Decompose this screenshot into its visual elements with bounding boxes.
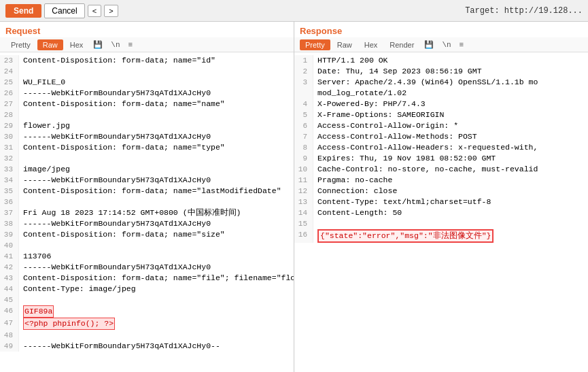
nav-forward-button[interactable]: >	[104, 5, 118, 17]
line-content: Content-Disposition: form-data; name="fi…	[23, 273, 294, 284]
line-content: X-Frame-Options: SAMEORIGIN	[317, 109, 588, 120]
line-content: Cache-Control: no-store, no-cache, must-…	[317, 164, 588, 175]
line-number: 48	[0, 330, 19, 341]
table-row: 40	[0, 240, 294, 251]
table-row: 35Content-Disposition: form-data; name="…	[0, 186, 294, 197]
tab-icon-save-res[interactable]: 💾	[421, 39, 437, 50]
table-row: 11Pragma: no-cache	[294, 175, 588, 186]
line-content: flower.jpg	[23, 120, 294, 131]
response-panel-title: Response	[294, 22, 588, 37]
line-number: 39	[0, 229, 19, 240]
line-number: 43	[0, 273, 19, 284]
line-content: ------WebKitFormBoundary5H73qATd1XAJcHy0	[23, 88, 294, 99]
table-row: 28	[0, 109, 294, 120]
line-content: Content-Disposition: form-data; name="si…	[23, 229, 294, 240]
nav-back-button[interactable]: <	[88, 5, 101, 17]
line-content	[23, 153, 294, 164]
line-content: ------WebKitFormBoundary5H73qATd1XAJcHy0	[23, 262, 294, 273]
target-label: Target: http://19.128...	[465, 6, 583, 16]
line-content: Server: Apache/2.4.39 (Win64) OpenSSL/1.…	[317, 77, 588, 88]
line-number	[294, 88, 313, 99]
cancel-button[interactable]: Cancel	[44, 3, 84, 18]
table-row: 27Content-Disposition: form-data; name="…	[0, 99, 294, 109]
line-number: 38	[0, 218, 19, 229]
table-row: 9Expires: Thu, 19 Nov 1981 08:52:00 GMT	[294, 153, 588, 164]
table-row: 14Content-Length: 50	[294, 207, 588, 218]
response-tab-bar: Pretty Raw Hex Render 💾 \n ≡	[294, 37, 588, 52]
line-content: Access-Control-Allow-Headers: x-requeste…	[317, 142, 588, 153]
table-row: 42------WebKitFormBoundary5H73qATd1XAJcH…	[0, 262, 294, 273]
line-content: X-Powered-By: PHP/7.4.3	[317, 99, 588, 109]
tab-render-res[interactable]: Render	[384, 39, 419, 50]
table-row: 4X-Powered-By: PHP/7.4.3	[294, 99, 588, 109]
table-row: 45	[0, 294, 294, 305]
line-number: 7	[294, 131, 313, 142]
line-number: 36	[0, 197, 19, 207]
table-row: 43Content-Disposition: form-data; name="…	[0, 273, 294, 284]
tab-icon-ln-res[interactable]: \n	[438, 39, 454, 50]
tab-raw-req[interactable]: Raw	[37, 39, 63, 50]
line-number: 13	[294, 197, 313, 207]
line-number: 26	[0, 88, 19, 99]
tab-icon-menu-req[interactable]: ≡	[125, 39, 137, 50]
table-row: 39Content-Disposition: form-data; name="…	[0, 229, 294, 240]
line-number: 5	[294, 109, 313, 120]
request-panel: Request Pretty Raw Hex 💾 \n ≡ 23Content-…	[0, 22, 294, 372]
table-row: 38------WebKitFormBoundary5H73qATd1XAJcH…	[0, 218, 294, 229]
line-content	[317, 218, 588, 229]
request-panel-title: Request	[0, 22, 294, 37]
line-content: ------WebKitFormBoundary5H73qATd1XAJcHy0	[23, 218, 294, 229]
line-number: 4	[294, 99, 313, 109]
tab-icon-menu-res[interactable]: ≡	[456, 39, 468, 50]
request-tab-bar: Pretty Raw Hex 💾 \n ≡	[0, 37, 294, 52]
line-content: Access-Control-Allow-Origin: *	[317, 120, 588, 131]
line-content: Content-Disposition: form-data; name="id…	[23, 55, 294, 66]
tab-icon-ln-req[interactable]: \n	[107, 39, 123, 50]
table-row: 37Fri Aug 18 2023 17:14:52 GMT+0800 (中国标…	[0, 207, 294, 218]
table-row: 47<?php phpinfo(); ?>	[0, 318, 294, 330]
table-row: 24	[0, 66, 294, 77]
tab-hex-req[interactable]: Hex	[65, 39, 89, 50]
line-number: 45	[0, 294, 19, 305]
line-content	[23, 294, 294, 305]
line-content	[23, 109, 294, 120]
table-row: 36	[0, 197, 294, 207]
table-row: 34------WebKitFormBoundary5H73qATd1XAJcH…	[0, 175, 294, 186]
table-row: 46GIF89a	[0, 305, 294, 318]
line-number: 11	[294, 175, 313, 186]
line-number: 31	[0, 142, 19, 153]
response-code-area[interactable]: 1HTTP/1.1 200 OK2Date: Thu, 14 Sep 2023 …	[294, 52, 588, 372]
line-number: 10	[294, 164, 313, 175]
table-row: 16{"state":"error","msg":"非法图像文件"}	[294, 229, 588, 243]
line-number: 24	[0, 66, 19, 77]
tab-icon-save-req[interactable]: 💾	[90, 39, 106, 50]
highlighted-error: {"state":"error","msg":"非法图像文件"}	[317, 229, 494, 243]
table-row: 10Cache-Control: no-store, no-cache, mus…	[294, 164, 588, 175]
line-content: Access-Control-Allow-Methods: POST	[317, 131, 588, 142]
request-code-area[interactable]: 23Content-Disposition: form-data; name="…	[0, 52, 294, 372]
line-number: 16	[294, 229, 313, 243]
line-number: 8	[294, 142, 313, 153]
tab-raw-res[interactable]: Raw	[332, 39, 358, 50]
line-number: 23	[0, 55, 19, 66]
send-button[interactable]: Send	[5, 4, 41, 18]
table-row: 23Content-Disposition: form-data; name="…	[0, 55, 294, 66]
table-row: 33image/jpeg	[0, 164, 294, 175]
line-content: HTTP/1.1 200 OK	[317, 55, 588, 66]
line-number: 32	[0, 153, 19, 164]
line-number: 27	[0, 99, 19, 109]
table-row: mod_log_rotate/1.02	[294, 88, 588, 99]
line-number: 28	[0, 109, 19, 120]
line-number: 14	[294, 207, 313, 218]
line-number: 34	[0, 175, 19, 186]
main-content: Request Pretty Raw Hex 💾 \n ≡ 23Content-…	[0, 22, 588, 372]
table-row: 44Content-Type: image/jpeg	[0, 284, 294, 294]
line-content: <?php phpinfo(); ?>	[23, 318, 294, 330]
table-row: 13Content-Type: text/html;charset=utf-8	[294, 197, 588, 207]
table-row: 25WU_FILE_0	[0, 77, 294, 88]
tab-pretty-req[interactable]: Pretty	[5, 39, 36, 50]
line-content	[23, 197, 294, 207]
tab-hex-res[interactable]: Hex	[359, 39, 383, 50]
table-row: 26------WebKitFormBoundary5H73qATd1XAJcH…	[0, 88, 294, 99]
tab-pretty-res[interactable]: Pretty	[300, 39, 330, 50]
